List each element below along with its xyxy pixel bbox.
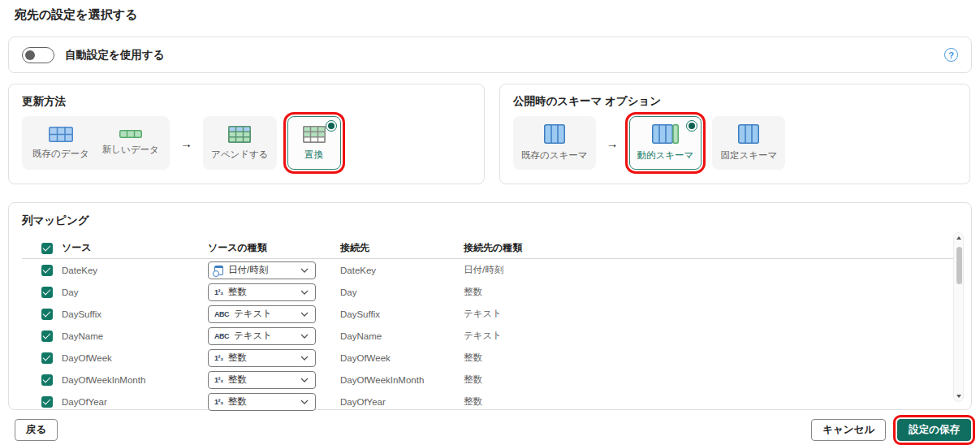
row-destination-type: 日付/時刻 (464, 264, 958, 276)
row-source-name: DayOfYear (62, 397, 208, 407)
dynamic-schema-option[interactable]: 動的スキーマ (629, 116, 702, 170)
mapping-table-header: ソース ソースの種類 接続先 接続先の種類 (22, 238, 958, 259)
chevron-down-icon (300, 356, 309, 361)
header-destination: 接続先 (340, 241, 464, 255)
existing-schema-columns-icon (544, 124, 565, 144)
help-icon[interactable]: ? (944, 48, 958, 62)
number-123-icon: 1²₃ (214, 354, 223, 362)
append-option[interactable]: アペンドする (203, 116, 277, 170)
column-mapping-title: 列マッピング (22, 214, 958, 228)
row-destination-type: 整数 (464, 286, 958, 298)
row-checkbox[interactable] (41, 352, 53, 364)
column-mapping-panel: 列マッピング ソース ソースの種類 接続先 接続先の種類 DateKey 日付/… (8, 202, 972, 410)
dynamic-schema-columns-icon (652, 124, 679, 144)
row-destination-type: テキスト (464, 330, 958, 342)
text-abc-icon: ABC (214, 332, 229, 340)
scroll-down-icon[interactable] (956, 395, 961, 398)
table-row: DateKey 日付/時刻 DateKey 日付/時刻 (22, 259, 958, 281)
chevron-down-icon (300, 312, 309, 317)
replace-option[interactable]: 置換 (287, 116, 341, 170)
schema-options-row: 既存のスキーマ → 動的スキーマ 固定スキーマ (513, 116, 956, 170)
row-destination-type: テキスト (464, 308, 958, 320)
existing-data-label: 既存のデータ (32, 148, 89, 160)
row-source-name: DayName (62, 331, 208, 341)
toggle-knob-icon (25, 50, 35, 60)
source-type-dropdown[interactable]: 1²₃ 整数 (208, 349, 316, 367)
dynamic-schema-label: 動的スキーマ (637, 149, 694, 162)
append-table-icon (228, 126, 251, 143)
fixed-schema-columns-icon (738, 124, 759, 144)
source-type-dropdown[interactable]: 1²₃ 整数 (208, 371, 316, 389)
update-method-panel: 更新方法 既存のデータ (8, 84, 485, 184)
row-checkbox[interactable] (41, 309, 53, 320)
row-destination-type: 整数 (464, 374, 958, 386)
row-destination-type: 整数 (464, 395, 958, 408)
row-checkbox[interactable] (41, 287, 53, 298)
table-row: Day 1²₃ 整数 Day 整数 (22, 281, 958, 303)
chevron-down-icon (300, 400, 309, 404)
fixed-schema-label: 固定スキーマ (720, 149, 777, 162)
source-type-dropdown[interactable]: 日付/時刻 (208, 261, 316, 279)
table-row: DayOfYear 1²₃ 整数 DayOfYear 整数 (22, 391, 958, 413)
row-checkbox[interactable] (41, 396, 53, 408)
schema-options-panel: 公開時のスキーマ オプション 既存のスキーマ → 動的スキー (499, 84, 970, 184)
header-destination-type: 接続先の種類 (464, 241, 958, 255)
schema-options-title: 公開時のスキーマ オプション (513, 94, 956, 109)
replace-table-icon (303, 126, 326, 143)
row-source-type-label: 整数 (228, 395, 247, 408)
row-source-type-label: 整数 (228, 374, 247, 386)
row-checkbox[interactable] (41, 331, 53, 342)
number-123-icon: 1²₃ (214, 288, 223, 296)
header-source: ソース (62, 241, 208, 255)
new-data-row-icon (119, 130, 142, 138)
row-source-type-label: 整数 (228, 352, 247, 364)
fixed-schema-option[interactable]: 固定スキーマ (712, 116, 785, 170)
existing-schema-option[interactable]: 既存のスキーマ (513, 116, 596, 170)
cancel-button[interactable]: キャンセル (811, 419, 886, 441)
row-destination-name: DayOfWeekInMonth (340, 375, 464, 385)
radio-selected-icon (326, 120, 337, 132)
existing-data-table-icon (49, 127, 73, 142)
number-123-icon: 1²₃ (214, 376, 223, 384)
table-row: DaySuffix ABC テキスト DaySuffix テキスト (22, 303, 958, 325)
existing-data-item: 既存のデータ (32, 127, 89, 160)
chevron-down-icon (300, 378, 309, 382)
table-row: DayOfWeek 1²₃ 整数 DayOfWeek 整数 (22, 347, 958, 369)
calendar-clock-icon (214, 266, 223, 275)
row-destination-name: DayOfYear (340, 397, 464, 407)
page-title: 宛先の設定を選択する (15, 7, 137, 23)
vertical-scrollbar[interactable] (953, 232, 964, 402)
number-123-icon: 1²₃ (214, 398, 223, 406)
arrow-right-icon: → (607, 136, 619, 150)
replace-label: 置換 (304, 149, 323, 161)
save-settings-button[interactable]: 設定の保存 (897, 419, 971, 441)
text-abc-icon: ABC (214, 310, 229, 318)
row-source-name: DateKey (62, 266, 208, 275)
auto-settings-label: 自動設定を使用する (65, 48, 164, 63)
source-type-dropdown[interactable]: ABC テキスト (208, 327, 316, 345)
update-method-options: 既存のデータ 新しいデータ → (22, 116, 471, 170)
arrow-right-icon: → (180, 136, 192, 150)
row-source-type-label: テキスト (234, 308, 272, 320)
footer-actions: キャンセル 設定の保存 (811, 419, 971, 441)
auto-settings-toggle[interactable] (22, 47, 54, 63)
append-label: アペンドする (211, 149, 269, 161)
new-data-label: 新しいデータ (102, 144, 159, 156)
select-all-checkbox[interactable] (41, 243, 53, 254)
existing-schema-label: 既存のスキーマ (521, 149, 588, 162)
row-source-type-label: 整数 (228, 286, 247, 298)
source-type-dropdown[interactable]: 1²₃ 整数 (208, 393, 316, 411)
row-source-type-label: 日付/時刻 (228, 264, 268, 276)
row-destination-name: DayName (340, 331, 464, 341)
source-type-dropdown[interactable]: 1²₃ 整数 (208, 283, 316, 301)
row-checkbox[interactable] (41, 265, 53, 276)
row-source-name: DaySuffix (62, 309, 208, 319)
row-source-name: DayOfWeekInMonth (62, 375, 208, 385)
scrollbar-thumb[interactable] (956, 247, 962, 284)
source-type-dropdown[interactable]: ABC テキスト (208, 305, 316, 323)
row-checkbox[interactable] (41, 374, 53, 386)
row-destination-type: 整数 (464, 352, 958, 364)
back-button[interactable]: 戻る (15, 419, 58, 441)
scroll-up-icon[interactable] (956, 236, 961, 240)
row-destination-name: Day (340, 287, 464, 297)
